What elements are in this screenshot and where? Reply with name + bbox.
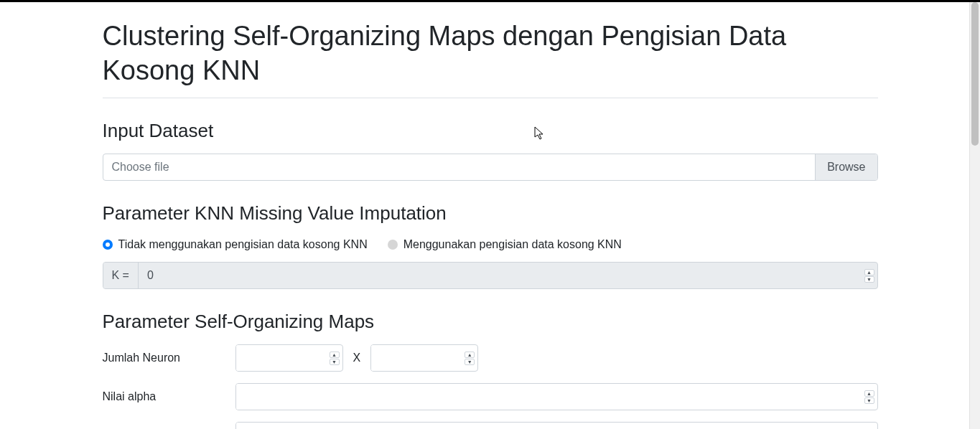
label-alpha: Nilai alpha bbox=[103, 388, 235, 405]
stepper-up-icon[interactable]: ▲ bbox=[465, 352, 475, 358]
neuron-cols-input[interactable] bbox=[371, 345, 465, 371]
main-container: Clustering Self-Organizing Maps dengan P… bbox=[103, 19, 878, 429]
page-title: Clustering Self-Organizing Maps dengan P… bbox=[103, 19, 878, 88]
section-som-heading: Parameter Self-Organizing Maps bbox=[103, 308, 878, 336]
radio-knn-yes-label: Menggunakan pengisian data kosong KNN bbox=[403, 236, 622, 253]
section-knn-heading: Parameter KNN Missing Value Imputation bbox=[103, 199, 878, 227]
stepper-up-icon[interactable]: ▲ bbox=[864, 269, 874, 275]
neuron-cols-stepper[interactable]: ▲ ▼ bbox=[465, 345, 477, 371]
vertical-scrollbar[interactable] bbox=[969, 2, 980, 429]
radio-knn-no-label: Tidak menggunakan pengisian data kosong … bbox=[118, 236, 368, 253]
radio-knn-no[interactable]: Tidak menggunakan pengisian data kosong … bbox=[103, 236, 368, 253]
neuron-cols-input-wrap[interactable]: ▲ ▼ bbox=[370, 344, 478, 372]
stepper-down-icon[interactable]: ▼ bbox=[465, 359, 475, 365]
neuron-x-separator: X bbox=[353, 349, 361, 367]
alpha-stepper[interactable]: ▲ ▼ bbox=[864, 384, 877, 410]
row-eta: Nilai eta ▲ ▼ bbox=[103, 422, 878, 429]
stepper-down-icon[interactable]: ▼ bbox=[864, 397, 874, 404]
eta-stepper[interactable]: ▲ ▼ bbox=[864, 423, 877, 429]
radio-dot-unselected-icon bbox=[388, 240, 398, 250]
neuron-rows-input[interactable] bbox=[236, 345, 330, 371]
stepper-up-icon[interactable]: ▲ bbox=[864, 390, 874, 397]
k-input-group: K = ▲ ▼ bbox=[103, 262, 878, 289]
neuron-rows-stepper[interactable]: ▲ ▼ bbox=[330, 345, 342, 371]
neuron-rows-input-wrap[interactable]: ▲ ▼ bbox=[235, 344, 343, 372]
eta-input[interactable] bbox=[236, 423, 864, 429]
title-divider bbox=[103, 98, 878, 98]
k-stepper[interactable]: ▲ ▼ bbox=[864, 263, 877, 288]
label-neurons: Jumlah Neuron bbox=[103, 349, 235, 367]
browse-button[interactable]: Browse bbox=[815, 154, 877, 180]
k-prefix-label: K = bbox=[103, 263, 139, 288]
window-topbar bbox=[0, 0, 980, 2]
alpha-input-group[interactable]: ▲ ▼ bbox=[235, 383, 878, 410]
row-neurons: Jumlah Neuron ▲ ▼ X ▲ ▼ bbox=[103, 344, 878, 372]
file-input-group[interactable]: Choose file Browse bbox=[103, 154, 878, 181]
file-input-placeholder[interactable]: Choose file bbox=[103, 154, 816, 180]
neuron-inputs-group: ▲ ▼ X ▲ ▼ bbox=[235, 344, 479, 372]
alpha-input[interactable] bbox=[236, 384, 864, 410]
scrollbar-thumb[interactable] bbox=[971, 2, 979, 146]
row-alpha: Nilai alpha ▲ ▼ bbox=[103, 383, 878, 410]
stepper-up-icon[interactable]: ▲ bbox=[330, 352, 340, 358]
knn-radio-group: Tidak menggunakan pengisian data kosong … bbox=[103, 236, 878, 253]
radio-knn-yes[interactable]: Menggunakan pengisian data kosong KNN bbox=[388, 236, 622, 253]
section-input-dataset-heading: Input Dataset bbox=[103, 117, 878, 145]
eta-input-group[interactable]: ▲ ▼ bbox=[235, 422, 878, 429]
stepper-down-icon[interactable]: ▼ bbox=[864, 276, 874, 283]
stepper-down-icon[interactable]: ▼ bbox=[330, 359, 340, 365]
radio-dot-selected-icon bbox=[103, 240, 113, 250]
k-value-input bbox=[139, 263, 864, 288]
